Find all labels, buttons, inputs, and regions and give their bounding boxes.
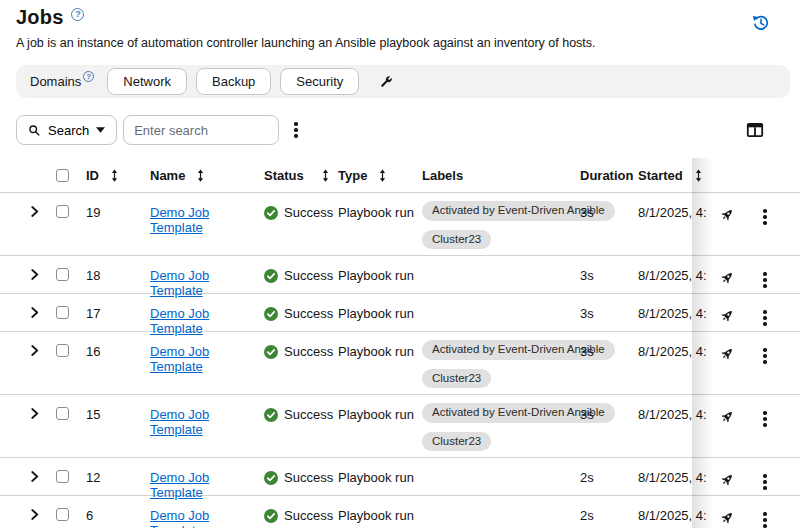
expand-chevron-icon[interactable] <box>30 509 39 520</box>
job-duration: 2s <box>580 470 638 485</box>
search-toolbar: Search <box>16 115 784 145</box>
launch-rocket-icon[interactable] <box>719 270 735 289</box>
expand-chevron-icon[interactable] <box>30 471 39 482</box>
domain-button-backup[interactable]: Backup <box>196 68 271 95</box>
expand-chevron-icon[interactable] <box>30 206 39 217</box>
launch-rocket-icon[interactable] <box>719 207 735 226</box>
history-icon[interactable] <box>752 14 770 32</box>
table-row: 17 Demo Job Template Success Playbook ru… <box>0 294 800 332</box>
job-started: 8/1/2025, 4:32 <box>638 306 706 321</box>
job-id: 6 <box>86 508 150 523</box>
job-type: Playbook run <box>338 268 422 283</box>
sort-icon[interactable] <box>197 169 204 182</box>
row-checkbox[interactable] <box>56 407 69 420</box>
expand-chevron-icon[interactable] <box>30 307 39 318</box>
job-started: 8/1/2025, 4:35 <box>638 268 706 283</box>
launch-rocket-icon[interactable] <box>719 308 735 327</box>
job-name-link[interactable]: Demo Job Template <box>150 306 209 336</box>
job-status: Success <box>264 344 338 359</box>
page-header: Jobs ? A job is an instance of automatio… <box>0 0 800 50</box>
job-started: 8/1/2025, 4:11: <box>638 470 706 485</box>
row-checkbox[interactable] <box>56 344 69 357</box>
row-kebab-icon[interactable] <box>754 342 776 370</box>
expand-chevron-icon[interactable] <box>30 345 39 356</box>
select-all-checkbox[interactable] <box>56 169 69 182</box>
search-input[interactable] <box>123 115 279 145</box>
sort-icon[interactable] <box>111 169 118 182</box>
row-checkbox[interactable] <box>56 508 69 521</box>
success-icon <box>264 206 278 220</box>
job-name-link[interactable]: Demo Job Template <box>150 344 209 374</box>
job-type: Playbook run <box>338 508 422 523</box>
job-status: Success <box>264 470 338 485</box>
manage-columns-icon[interactable] <box>746 121 764 139</box>
sort-icon[interactable] <box>695 169 702 182</box>
domain-button-network[interactable]: Network <box>107 68 187 95</box>
search-dropdown-label: Search <box>48 123 89 138</box>
domains-help-icon[interactable]: ? <box>83 71 94 82</box>
header-name: Name <box>150 168 185 183</box>
table-row: 16 Demo Job Template Success Playbook ru… <box>0 332 800 395</box>
row-checkbox[interactable] <box>56 470 69 483</box>
row-checkbox[interactable] <box>56 268 69 281</box>
job-type: Playbook run <box>338 344 422 359</box>
row-checkbox[interactable] <box>56 205 69 218</box>
row-kebab-icon[interactable] <box>754 304 776 332</box>
job-status: Success <box>264 306 338 321</box>
job-id: 18 <box>86 268 150 283</box>
job-id: 12 <box>86 470 150 485</box>
job-duration: 3s <box>580 407 638 422</box>
success-icon <box>264 345 278 359</box>
job-duration: 3s <box>580 344 638 359</box>
table-row: 6 Demo Job Template Success Playbook run… <box>0 496 800 528</box>
row-kebab-icon[interactable] <box>754 506 776 528</box>
row-kebab-icon[interactable] <box>754 468 776 496</box>
job-name-link[interactable]: Demo Job Template <box>150 508 209 528</box>
job-duration: 3s <box>580 205 638 220</box>
help-icon[interactable]: ? <box>71 8 84 21</box>
header-status: Status <box>264 168 304 183</box>
launch-rocket-icon[interactable] <box>719 346 735 365</box>
job-type: Playbook run <box>338 470 422 485</box>
table-row: 19 Demo Job Template Success Playbook ru… <box>0 193 800 256</box>
job-type: Playbook run <box>338 407 422 422</box>
job-duration: 3s <box>580 268 638 283</box>
job-labels: Activated by Event-Driven AnsibleCluster… <box>422 340 580 388</box>
job-name-link[interactable]: Demo Job Template <box>150 407 209 437</box>
page-description: A job is an instance of automation contr… <box>16 36 784 50</box>
toolbar-kebab-icon[interactable] <box>285 116 307 144</box>
launch-rocket-icon[interactable] <box>719 409 735 428</box>
header-id: ID <box>86 168 99 183</box>
search-filter-dropdown[interactable]: Search <box>16 115 117 145</box>
expand-chevron-icon[interactable] <box>30 269 39 280</box>
job-status-text: Success <box>284 344 333 359</box>
page-title: Jobs <box>16 6 63 29</box>
table-header: ID Name Status Type Labels Duration Star… <box>0 158 800 193</box>
job-id: 19 <box>86 205 150 220</box>
row-actions <box>706 342 800 370</box>
job-status-text: Success <box>284 508 333 523</box>
row-checkbox[interactable] <box>56 306 69 319</box>
row-kebab-icon[interactable] <box>754 203 776 231</box>
job-status: Success <box>264 508 338 523</box>
job-status-text: Success <box>284 268 333 283</box>
expand-chevron-icon[interactable] <box>30 408 39 419</box>
job-name-link[interactable]: Demo Job Template <box>150 268 209 298</box>
domain-button-security[interactable]: Security <box>280 68 359 95</box>
header-labels: Labels <box>422 168 463 183</box>
sort-icon[interactable] <box>379 169 386 182</box>
job-name-link[interactable]: Demo Job Template <box>150 205 209 235</box>
header-duration: Duration <box>580 168 633 183</box>
job-id: 17 <box>86 306 150 321</box>
launch-rocket-icon[interactable] <box>719 472 735 491</box>
job-labels: Activated by Event-Driven AnsibleCluster… <box>422 201 580 249</box>
wrench-icon[interactable] <box>378 74 394 90</box>
row-kebab-icon[interactable] <box>754 405 776 433</box>
job-started: 8/1/2025, 4:02 <box>638 508 706 523</box>
job-duration: 2s <box>580 508 638 523</box>
job-duration: 3s <box>580 306 638 321</box>
row-kebab-icon[interactable] <box>754 266 776 294</box>
job-name-link[interactable]: Demo Job Template <box>150 470 209 500</box>
sort-icon[interactable] <box>322 169 329 182</box>
launch-rocket-icon[interactable] <box>719 510 735 528</box>
